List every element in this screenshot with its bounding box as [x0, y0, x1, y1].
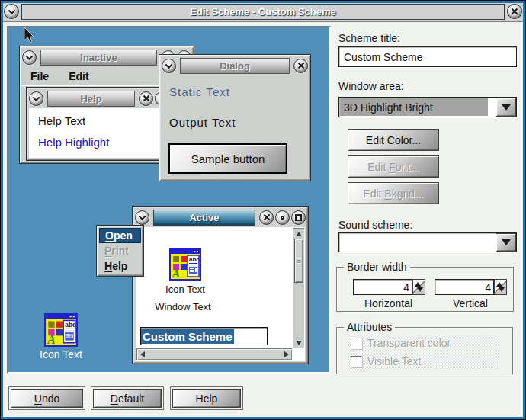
help-close-button[interactable] [139, 91, 153, 106]
button-label: Undo [34, 393, 59, 405]
border-width-legend: Border width [344, 261, 410, 273]
spin-down-icon[interactable] [417, 287, 423, 292]
sample-text-input[interactable]: Custom Scheme [140, 327, 268, 345]
vertical-scroll-thumb[interactable] [294, 239, 303, 283]
active-minimize-button[interactable] [275, 210, 290, 225]
undo-button[interactable]: Undo [11, 389, 83, 408]
attributes-group: Attributes Transparent color Visible Tex… [336, 327, 513, 374]
horizontal-spinner[interactable] [412, 279, 425, 295]
chevron-down-icon [33, 94, 40, 101]
sample-window-dialog[interactable]: Dialog Static Text Output Text Sample bu… [159, 54, 311, 181]
edit-font-button[interactable]: Edit Font... [348, 155, 439, 178]
button-label: Help [196, 393, 218, 405]
scroll-right-icon[interactable] [284, 351, 289, 357]
dropdown-arrow-icon [502, 104, 511, 111]
help-menu-button[interactable] [29, 91, 43, 106]
window-area-dropdown-button[interactable] [496, 98, 516, 117]
horizontal-border-input[interactable]: 4 [353, 279, 412, 295]
help-title: Help [80, 93, 101, 104]
edit-bkgnd-button[interactable]: Edit Bkgnd... [348, 182, 439, 204]
dialog-close-button[interactable] [293, 59, 308, 73]
scroll-left-icon[interactable] [140, 351, 145, 357]
transparent-color-checkbox[interactable] [351, 338, 362, 349]
close-icon [263, 213, 271, 221]
transparent-color-label: Transparent color [367, 337, 451, 349]
active-maximize-button[interactable] [291, 210, 306, 225]
sample-button[interactable]: Sample button [168, 143, 287, 174]
dialog-menu-button[interactable] [162, 59, 176, 73]
vertical-label: Vertical [453, 297, 488, 309]
menu-item-print[interactable]: Print [99, 243, 141, 258]
scheme-preview-area: Inactive File Edit [7, 26, 331, 374]
desktop-app-icon[interactable]: A abc [44, 313, 78, 347]
menu-label-text: rint [111, 245, 129, 257]
window-menu-button[interactable] [4, 4, 19, 19]
menu-edit[interactable]: Edit [69, 70, 88, 82]
vertical-scrollbar[interactable] [293, 228, 304, 348]
visible-text-checkbox[interactable] [351, 356, 362, 367]
menu-label-key: H [104, 260, 112, 272]
active-title-bar[interactable]: Active [153, 210, 255, 226]
edit-color-button[interactable]: Edit Color... [348, 129, 439, 151]
close-icon [297, 62, 305, 69]
active-close-button[interactable] [259, 210, 274, 225]
window-area-label: Window area: [338, 80, 404, 92]
default-button-frame: Default [91, 386, 164, 410]
vertical-spinner[interactable] [494, 279, 507, 295]
sample-popup-menu: Open Print Help [96, 225, 144, 277]
button-label: Default [111, 393, 144, 405]
icon-letter-a: A [47, 333, 55, 346]
sound-scheme-combobox[interactable] [338, 232, 517, 252]
close-icon [143, 95, 150, 102]
default-button[interactable]: Default [93, 389, 162, 408]
button-label: Edit Font... [367, 161, 419, 173]
static-text-sample: Static Text [169, 85, 230, 98]
window-area-combobox[interactable]: 3D Highlight Bright [338, 97, 517, 117]
titlebar: Edit Scheme - Custom Scheme [2, 2, 524, 22]
scroll-down-icon[interactable] [296, 341, 302, 345]
scheme-title-input[interactable] [338, 46, 517, 67]
spin-up-icon[interactable] [496, 282, 502, 287]
button-label: Edit Bkgnd... [363, 188, 423, 200]
menu-label-key: F [30, 70, 37, 82]
sound-scheme-dropdown-button[interactable] [496, 233, 516, 252]
vertical-border-input[interactable]: 4 [435, 279, 494, 295]
app-icon[interactable]: A abc [169, 248, 201, 281]
thumb-grip-icon [297, 258, 300, 265]
sample-window-active[interactable]: Active [132, 206, 309, 364]
inactive-menu-button[interactable] [22, 50, 37, 65]
icon-letter-a: A [172, 268, 180, 280]
icon-abc-text: abc [65, 321, 76, 329]
maximize-icon [295, 214, 302, 221]
dropdown-arrow-icon [502, 239, 511, 245]
spin-up-icon[interactable] [415, 282, 421, 287]
help-title-bar[interactable]: Help [47, 91, 135, 107]
dialog-title-bar[interactable]: Dialog [180, 58, 290, 74]
visible-text-row: Visible Text [348, 353, 499, 370]
menu-item-help[interactable]: Help [99, 258, 141, 274]
menu-label-text: elp [112, 260, 127, 272]
inactive-title-bar[interactable]: Inactive [40, 50, 157, 66]
scheme-title-label: Scheme title: [338, 32, 400, 44]
horizontal-scrollbar[interactable] [136, 348, 292, 360]
mouse-cursor-icon [24, 27, 36, 44]
dialog-titlebar: Dialog [162, 57, 308, 74]
menu-file[interactable]: File [30, 70, 49, 82]
active-menu-button[interactable] [135, 210, 149, 225]
attributes-legend: Attributes [344, 321, 395, 333]
border-width-group: Border width 4 Horizontal 4 Vertical [336, 267, 514, 312]
sound-scheme-value [339, 233, 496, 252]
window-title: Edit Scheme - Custom Scheme [190, 6, 335, 18]
minimize-icon [281, 216, 284, 220]
menu-label-key: O [105, 229, 114, 242]
menu-label-text: pen [114, 229, 133, 242]
horizontal-label: Horizontal [364, 297, 412, 309]
menu-item-open[interactable]: Open [99, 228, 141, 243]
window-title-bar[interactable]: Edit Scheme - Custom Scheme [21, 4, 505, 20]
scroll-up-icon[interactable] [296, 232, 302, 236]
window-close-button[interactable] [507, 4, 522, 19]
help-button[interactable]: Help [172, 389, 241, 408]
chevron-down-icon [165, 61, 173, 69]
spin-down-icon[interactable] [499, 287, 505, 292]
active-titlebar: Active [135, 209, 306, 226]
